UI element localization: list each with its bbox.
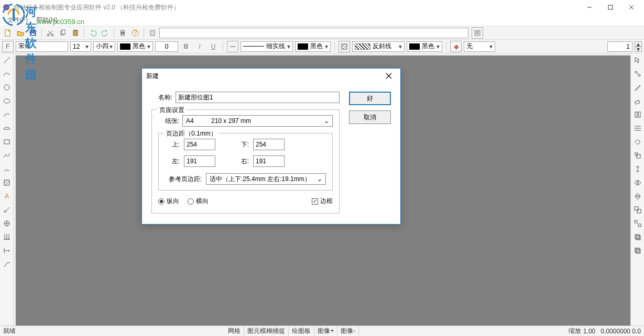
redo-icon[interactable] <box>100 27 111 39</box>
menu-help[interactable]: 帮助(H) <box>32 15 62 26</box>
status-fuzzy-snap-toggle[interactable]: 图元模糊捕捉 <box>244 326 289 336</box>
line-style-combo[interactable]: 细实线▾ <box>241 41 293 52</box>
close-icon <box>386 73 392 79</box>
arc2-tool-icon[interactable] <box>1 163 13 175</box>
rectangle-tool-icon[interactable] <box>1 136 13 148</box>
callout-tool-icon[interactable] <box>1 259 13 270</box>
paste-icon[interactable] <box>70 27 81 39</box>
text-tool-icon[interactable]: A <box>1 191 13 202</box>
rotate-tool-icon[interactable] <box>632 136 643 148</box>
address-box[interactable] <box>159 28 468 38</box>
semi-ellipse-tool-icon[interactable] <box>1 122 13 134</box>
print-icon[interactable] <box>117 27 128 39</box>
page-down-icon[interactable]: ▾ <box>635 47 642 52</box>
undo-icon[interactable] <box>87 27 99 39</box>
font-size-combo[interactable]: 12▾ <box>70 41 91 52</box>
help-icon[interactable]: ? <box>129 27 141 39</box>
minimize-button[interactable] <box>579 0 600 15</box>
page-icon[interactable] <box>147 27 158 39</box>
margin-bottom-input[interactable] <box>253 139 285 150</box>
fill-label: 无 <box>466 42 473 51</box>
paper-size-select[interactable]: A4 210 x 297 mm ⌄ <box>182 115 333 127</box>
flip-v-tool-icon[interactable] <box>632 191 643 202</box>
svg-point-1 <box>5 6 7 8</box>
margin-right-input[interactable] <box>253 155 285 167</box>
left-toolbox: A <box>0 53 14 326</box>
name-input[interactable] <box>176 92 340 103</box>
status-image-plus[interactable]: 图像+ <box>314 326 337 336</box>
ellipse-tool-icon[interactable] <box>1 95 13 107</box>
ref-margin-select[interactable]: 适中（上下:25.4mm 左右:19.1mm） ⌄ <box>206 173 326 185</box>
maximize-button[interactable] <box>600 0 621 15</box>
dimension-tool-icon[interactable] <box>1 245 13 256</box>
new-file-icon[interactable] <box>2 27 14 39</box>
border-checkbox[interactable]: 边框 <box>312 197 333 206</box>
align-tool-icon[interactable] <box>632 109 643 120</box>
brush-tool-icon[interactable] <box>632 82 643 93</box>
close-button[interactable] <box>621 0 642 15</box>
font-size-cn-combo[interactable]: 小四▾ <box>93 41 115 52</box>
status-grid-toggle[interactable]: 网格 <box>225 326 244 336</box>
open-file-icon[interactable] <box>15 27 26 39</box>
hatch-tool-icon[interactable] <box>339 41 350 52</box>
underline-icon[interactable]: U <box>208 41 219 52</box>
ok-button-label: 好 <box>367 94 373 103</box>
svg-point-32 <box>4 85 9 90</box>
hatch-fill-tool-icon[interactable] <box>1 177 13 188</box>
polyline-tool-icon[interactable] <box>1 150 13 161</box>
bold-icon[interactable]: B <box>180 41 192 52</box>
cancel-button[interactable]: 取消 <box>349 110 391 124</box>
fill-combo[interactable]: 无▾ <box>464 41 495 52</box>
orientation-landscape-radio[interactable]: 横向 <box>188 197 209 206</box>
scale-tool-icon[interactable] <box>632 150 643 161</box>
dialog-titlebar[interactable]: 新建 <box>142 69 400 83</box>
eraser-tool-icon[interactable] <box>632 95 643 107</box>
circle-tool-icon[interactable] <box>1 82 13 93</box>
page-number-input[interactable]: 1 <box>607 41 632 52</box>
font-name-combo[interactable]: 宋体 <box>16 41 68 52</box>
bring-front-tool-icon[interactable] <box>632 231 643 243</box>
line-tool-icon[interactable] <box>1 54 13 66</box>
font-color-combo[interactable]: 黑色▾ <box>117 41 153 52</box>
page-number-value: 1 <box>626 43 630 50</box>
link-tool-icon[interactable] <box>632 68 643 80</box>
compass-tool-icon[interactable] <box>1 218 13 229</box>
ok-button[interactable]: 好 <box>349 92 391 105</box>
svg-rect-58 <box>635 100 639 104</box>
select-tool-icon[interactable] <box>632 54 643 66</box>
cut-icon[interactable] <box>45 27 56 39</box>
margin-left-input[interactable] <box>184 155 215 167</box>
marker-tool-icon[interactable] <box>1 204 13 216</box>
hatch-style-combo[interactable]: 反斜线▾ <box>352 41 405 52</box>
hatch-color-combo[interactable]: 黑色▾ <box>407 41 442 52</box>
orientation-portrait-radio[interactable]: 纵向 <box>158 197 179 206</box>
menu-file[interactable]: 文件(F) <box>3 15 32 26</box>
margin-top-input[interactable] <box>184 139 215 150</box>
rotation-input[interactable]: 0 <box>155 41 178 52</box>
fill-tool-icon[interactable] <box>450 41 462 52</box>
send-back-tool-icon[interactable] <box>632 245 643 256</box>
status-image-minus[interactable]: 图像- <box>337 326 359 336</box>
dialog-close-button[interactable] <box>381 69 396 83</box>
properties-icon[interactable] <box>472 27 483 39</box>
curve-tool-icon[interactable] <box>1 68 13 80</box>
line-color-combo[interactable]: 黑色▾ <box>295 41 331 52</box>
distribute-tool-icon[interactable] <box>632 122 643 134</box>
grid-tool-icon[interactable] <box>1 231 13 243</box>
group-tool-icon[interactable] <box>632 204 643 216</box>
save-file-icon[interactable] <box>27 27 39 39</box>
line-style-label: 细实线 <box>266 42 285 51</box>
italic-icon[interactable]: I <box>194 41 205 52</box>
ungroup-tool-icon[interactable] <box>632 218 643 229</box>
font-tool-icon[interactable]: F <box>2 41 14 52</box>
flip-h-tool-icon[interactable] <box>632 177 643 188</box>
arc-tool-icon[interactable] <box>1 109 13 120</box>
drawing-canvas[interactable]: 新建 名称: 页面设置 纸张: A4 <box>14 53 630 326</box>
status-drawing-board-toggle[interactable]: 绘图板 <box>289 326 314 336</box>
line-tool-icon[interactable] <box>227 41 238 52</box>
menu-bar: 文件(F) 帮助(H) <box>0 15 644 26</box>
v-center-tool-icon[interactable] <box>632 163 643 175</box>
svg-line-51 <box>4 263 7 267</box>
copy-icon[interactable] <box>57 27 69 39</box>
color-swatch <box>409 43 420 50</box>
